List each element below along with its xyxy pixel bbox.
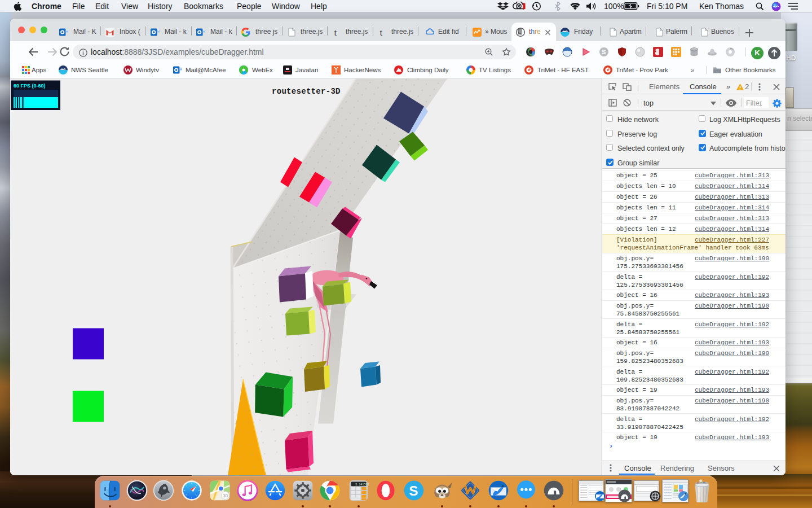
svg-text:routesetter-3D: routesetter-3D <box>272 86 341 95</box>
svg-text:S: S <box>409 483 418 498</box>
svg-text:t: t <box>380 28 383 37</box>
svg-text:t: t <box>334 28 337 37</box>
svg-text:60 FPS (0-60): 60 FPS (0-60) <box>14 82 46 88</box>
svg-text:3D: 3D <box>223 494 228 498</box>
svg-text:3.141593: 3.141593 <box>355 483 369 487</box>
svg-text:S: S <box>602 49 606 55</box>
